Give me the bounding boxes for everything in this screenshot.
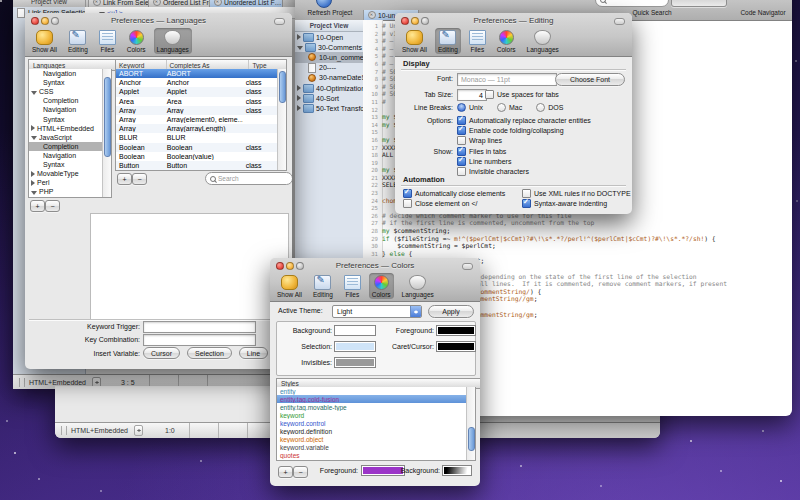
checkbox[interactable] xyxy=(457,157,466,166)
checkbox-close-element-on[interactable]: Close element on </ xyxy=(403,198,505,208)
keyword-trigger-input[interactable] xyxy=(143,321,256,333)
file-tree-item-30-namedatestr[interactable]: 30-nameDateStr xyxy=(295,73,363,83)
checkbox[interactable] xyxy=(457,147,466,156)
style-item-entity[interactable]: entity xyxy=(277,387,467,395)
disclosure-open-icon[interactable] xyxy=(31,136,37,140)
toolbar-pill-button[interactable] xyxy=(274,18,285,25)
remove-style-button[interactable]: − xyxy=(293,466,308,478)
font-field[interactable]: Monaco — 11pt xyxy=(457,73,557,86)
toolbar-item-colors[interactable]: Colors xyxy=(369,273,394,299)
table-row[interactable]: ABORTABORT xyxy=(116,69,278,78)
search-input[interactable]: Search xyxy=(205,172,292,185)
tab-unordered-list-f[interactable]: Unordered List F… xyxy=(209,0,283,7)
checkbox-syntax-aware-indenting[interactable]: Syntax-aware indenting xyxy=(522,198,631,208)
disclosure-closed-icon[interactable] xyxy=(297,105,301,111)
checkbox[interactable] xyxy=(403,189,412,198)
checkbox-automatically-close-elements[interactable]: Automatically close elements xyxy=(403,188,505,198)
add-style-button[interactable]: + xyxy=(278,466,293,478)
toolbar-item-show-all[interactable]: Show All xyxy=(29,28,60,54)
file-tree-item-10-open[interactable]: 10-Open xyxy=(295,32,363,42)
file-tree-item-20[interactable]: 20---- xyxy=(295,63,363,73)
toolbar-item-languages[interactable]: Languages xyxy=(154,28,192,54)
apply-button[interactable]: Apply xyxy=(428,305,474,318)
checkbox-use-xml-rules-if-no-doctype[interactable]: Use XML rules if no DOCTYPE xyxy=(522,188,631,198)
color-well-background[interactable] xyxy=(334,325,376,336)
cursor-button[interactable]: Cursor xyxy=(143,347,180,359)
style-item-keyword-variable[interactable]: keyword.variable xyxy=(277,443,467,451)
table-row[interactable]: BooleanBoolean(value) xyxy=(116,152,278,161)
style-item-entity-tag-cold-fusion[interactable]: entity.tag.cold-fusion xyxy=(277,395,467,403)
scrollbar[interactable] xyxy=(466,387,475,460)
table-row[interactable]: ButtonButtonclass xyxy=(116,161,278,170)
add-language-button[interactable]: + xyxy=(30,200,45,212)
checkbox-line-numbers[interactable]: Line numbers xyxy=(457,156,529,166)
mode-stepper[interactable] xyxy=(134,425,143,436)
language-tree-item-syntax[interactable]: Syntax xyxy=(29,160,103,169)
table-row[interactable]: ArrayArray(arrayLength) xyxy=(116,124,278,133)
language-tree-item-navigation[interactable]: Navigation xyxy=(29,69,103,78)
key-combination-input[interactable] xyxy=(143,334,256,346)
close-icon[interactable] xyxy=(153,0,161,6)
radio-button[interactable] xyxy=(536,103,545,112)
style-item-keyword[interactable]: keyword xyxy=(277,411,467,419)
code-navigator-button[interactable] xyxy=(671,0,727,7)
resize-grip[interactable] xyxy=(61,426,67,435)
toolbar-item-files[interactable]: Files xyxy=(341,273,364,299)
close-icon[interactable] xyxy=(93,0,101,6)
language-tree-item-syntax[interactable]: Syntax xyxy=(29,114,103,123)
checkbox[interactable] xyxy=(403,199,412,208)
language-tree-item-completion[interactable]: Completion xyxy=(29,96,103,105)
table-row[interactable]: ArrayArrayclass xyxy=(116,106,278,115)
tab-size-input[interactable]: 4 xyxy=(457,89,487,101)
quick-search-input[interactable] xyxy=(595,0,669,7)
remove-keyword-button[interactable]: − xyxy=(132,173,147,185)
radio-mac[interactable]: Mac xyxy=(497,102,522,112)
language-tree-item-javascript[interactable]: JavaScript xyxy=(29,133,103,142)
toolbar-pill-button[interactable] xyxy=(614,18,625,25)
color-well-selection[interactable] xyxy=(334,341,376,352)
checkbox-automatically-replace-character-entities[interactable]: Automatically replace character entities xyxy=(457,115,591,125)
file-tree-item-40-sort[interactable]: 40-Sort xyxy=(295,93,363,103)
scrollbar[interactable] xyxy=(102,69,111,197)
background-swatch[interactable] xyxy=(442,465,472,476)
style-item-quotes[interactable]: quotes xyxy=(277,451,467,459)
choose-font-button[interactable]: Choose Font xyxy=(555,73,625,86)
table-row[interactable]: AnchorAnchorclass xyxy=(116,78,278,87)
close-icon[interactable] xyxy=(214,0,222,6)
file-tree-item-30-comments[interactable]: 30-Comments xyxy=(295,42,363,52)
table-row[interactable]: BLURBLUR xyxy=(116,133,278,142)
close-icon[interactable] xyxy=(368,11,376,19)
table-row[interactable]: ArrayArray(element0, eleme… xyxy=(116,115,278,124)
language-mode[interactable]: HTML+Embedded xyxy=(29,379,86,386)
toolbar-item-editing[interactable]: Editing xyxy=(435,28,461,54)
table-row[interactable]: BooleanBooleanclass xyxy=(116,143,278,152)
disclosure-closed-icon[interactable] xyxy=(31,125,35,131)
language-tree-item-syntax[interactable]: Syntax xyxy=(29,78,103,87)
checkbox[interactable] xyxy=(522,199,531,208)
table-row[interactable]: AreaAreaclass xyxy=(116,97,278,106)
radio-dos[interactable]: DOS xyxy=(536,102,563,112)
scrollbar[interactable] xyxy=(277,69,286,170)
checkbox-files-in-tabs[interactable]: Files in tabs xyxy=(457,146,529,156)
checkbox[interactable] xyxy=(457,126,466,135)
radio-button[interactable] xyxy=(457,103,466,112)
radio-button[interactable] xyxy=(497,103,506,112)
disclosure-closed-icon[interactable] xyxy=(297,95,301,101)
style-item-keyword-definition[interactable]: keyword.definition xyxy=(277,427,467,435)
style-item-keyword-object[interactable]: keyword.object xyxy=(277,435,467,443)
disclosure-closed-icon[interactable] xyxy=(297,34,301,40)
checkbox[interactable] xyxy=(457,167,466,176)
refresh-project-icon[interactable] xyxy=(316,0,332,8)
checkbox[interactable] xyxy=(457,136,466,145)
language-tree-item-php[interactable]: PHP xyxy=(29,187,103,196)
toolbar-item-editing[interactable]: Editing xyxy=(65,28,91,54)
disclosure-closed-icon[interactable] xyxy=(31,171,35,177)
language-mode[interactable]: HTML+Embedded xyxy=(71,427,128,434)
toolbar-item-colors[interactable]: Colors xyxy=(124,28,149,54)
language-tree-item-movabletype[interactable]: MovableType xyxy=(29,169,103,178)
tab-ordered-list-fro[interactable]: Ordered List Fro… xyxy=(148,0,213,7)
file-tree-item-50-text-transform[interactable]: 50-Text Transform xyxy=(295,103,363,113)
toolbar-item-colors[interactable]: Colors xyxy=(494,28,519,54)
language-tree-item-perl[interactable]: Perl xyxy=(29,178,103,187)
radio-unix[interactable]: Unix xyxy=(457,102,483,112)
